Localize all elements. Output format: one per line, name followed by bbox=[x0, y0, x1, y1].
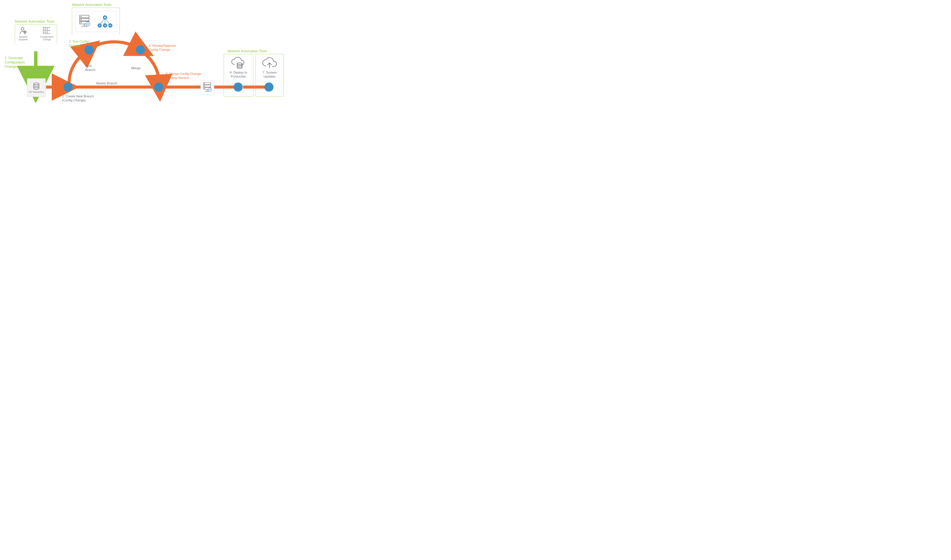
arc-branch-to-test bbox=[69, 53, 84, 83]
node-merge-bump bbox=[154, 83, 163, 92]
arc-test-to-review bbox=[93, 42, 136, 47]
svg-point-43 bbox=[237, 63, 242, 65]
updates-box: 7. System Updates bbox=[255, 54, 284, 97]
step4-label: 4. Review/Approve Config Change bbox=[149, 44, 176, 52]
svg-point-12 bbox=[81, 22, 81, 23]
merge-label: Merge bbox=[131, 66, 140, 70]
step7-label: 7. System Updates bbox=[262, 71, 277, 79]
svg-point-42 bbox=[208, 88, 212, 92]
database-stack-icon bbox=[32, 82, 40, 90]
step5-label: 5. Merge Config Change & Bump Version bbox=[166, 72, 201, 80]
network-engineer-icon bbox=[19, 26, 28, 35]
network-topology-icon bbox=[96, 14, 114, 29]
step3-label: 3. Test Config Change bbox=[69, 40, 89, 48]
node-review-approve bbox=[136, 45, 145, 54]
server-rack-icon bbox=[78, 14, 92, 29]
nat-top-icons bbox=[76, 11, 116, 32]
svg-point-33 bbox=[34, 83, 39, 85]
config-change-caption: Configuration Change bbox=[37, 35, 57, 41]
deploy-box: 6. Deploy to Production bbox=[223, 54, 253, 97]
cloud-database-icon bbox=[230, 57, 247, 69]
nat-left-bracket: Network Engineer Configuration Change bbox=[15, 24, 57, 43]
nat-top-title: Network Automation Tools bbox=[72, 3, 111, 7]
step1-label: 1. Generate Configuration Changes bbox=[5, 56, 25, 69]
master-branch-label: Master Branch bbox=[96, 82, 117, 85]
nat-left-title: Network Automation Tools bbox=[15, 19, 54, 24]
step2-label: 2. Create New Branch (Config Change) bbox=[62, 94, 94, 103]
cloud-upload-icon bbox=[261, 57, 278, 69]
svg-point-11 bbox=[81, 19, 81, 20]
svg-point-38 bbox=[205, 86, 205, 86]
arc-review-to-merge bbox=[145, 54, 159, 82]
svg-point-37 bbox=[205, 83, 205, 84]
svg-point-39 bbox=[205, 88, 205, 89]
step6-label: 6. Deploy to Production bbox=[230, 71, 247, 79]
svg-point-10 bbox=[81, 16, 81, 17]
engineer-caption: Network Engineer bbox=[15, 35, 31, 41]
server-rack-badge-icon bbox=[202, 82, 213, 93]
new-branch-label: New Branch bbox=[85, 64, 96, 72]
nat-right-title: Network Automation Tools bbox=[228, 49, 267, 54]
git-repo-caption: GIT Repository bbox=[29, 91, 44, 93]
svg-point-0 bbox=[21, 28, 24, 31]
svg-point-15 bbox=[86, 22, 90, 26]
automation-server-card bbox=[200, 80, 214, 95]
node-create-branch bbox=[63, 83, 72, 92]
config-change-text-icon bbox=[42, 26, 51, 35]
git-repository-card: GIT Repository bbox=[27, 78, 46, 97]
